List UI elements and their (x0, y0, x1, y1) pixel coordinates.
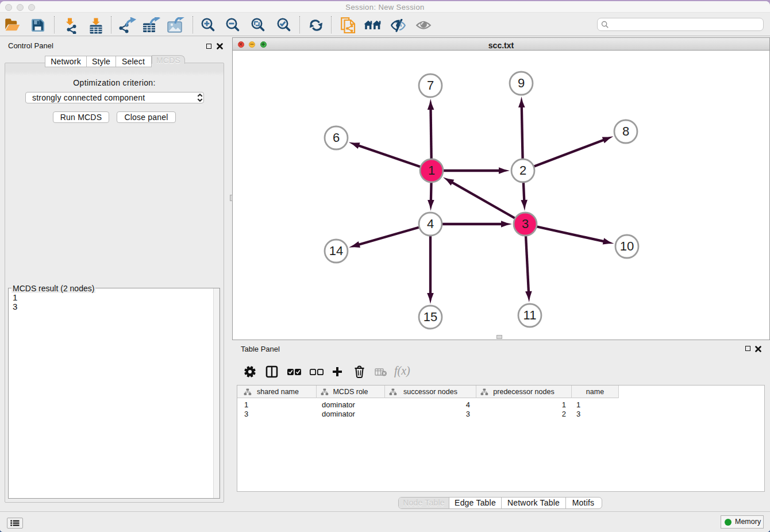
svg-text:8: 8 (622, 124, 629, 138)
svg-text:10: 10 (620, 239, 634, 253)
svg-text:7: 7 (427, 78, 434, 92)
svg-text:2: 2 (519, 163, 526, 178)
svg-text:1: 1 (428, 163, 435, 178)
svg-text:15: 15 (424, 310, 437, 324)
svg-text:11: 11 (523, 308, 537, 322)
svg-text:14: 14 (329, 244, 343, 258)
svg-text:6: 6 (333, 130, 340, 145)
svg-text:3: 3 (522, 217, 529, 231)
svg-text:4: 4 (427, 217, 434, 231)
svg-text:9: 9 (518, 76, 525, 90)
